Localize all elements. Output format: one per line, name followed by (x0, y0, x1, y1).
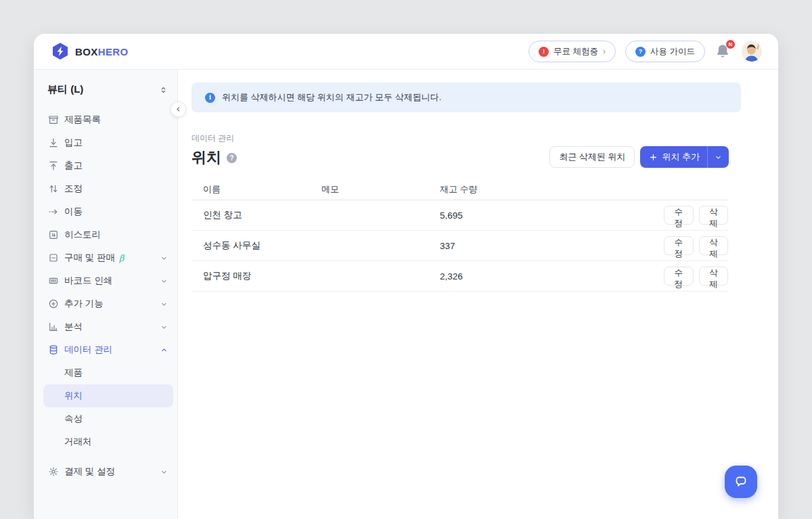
sidebar-item-label: 결제 및 설정 (64, 466, 115, 478)
brand-text: BOXHERO (75, 46, 129, 58)
database-icon (48, 344, 59, 355)
add-location-dropdown[interactable] (707, 146, 729, 168)
arrow-up-out-icon (48, 160, 59, 171)
sidebar-subitem-partners[interactable]: 거래처 (34, 430, 173, 453)
sidebar-subitem-products[interactable]: 제품 (34, 361, 173, 384)
barcode-icon (48, 275, 59, 286)
history-icon (48, 229, 59, 240)
chevron-down-icon (715, 154, 722, 161)
breadcrumb: 데이터 관리 (191, 133, 237, 144)
sidebar-item-label: 제품목록 (64, 114, 101, 126)
sidebar-item-label: 구매 및 판매 (64, 252, 115, 264)
sidebar-item-purchase-sales[interactable]: 구매 및 판매 β (34, 246, 177, 269)
location-name: 압구정 매장 (203, 270, 321, 282)
add-location-label: 위치 추가 (662, 151, 700, 163)
user-avatar[interactable] (742, 41, 762, 62)
plus-icon (649, 153, 658, 162)
delete-button[interactable]: 삭제 (699, 206, 729, 225)
sidebar-item-label: 추가 기능 (64, 298, 104, 310)
chevron-down-icon (160, 254, 168, 262)
sidebar-subitem-attributes[interactable]: 속성 (34, 407, 173, 430)
location-name: 인천 창고 (203, 209, 321, 221)
sidebar-item-barcode-print[interactable]: 바코드 인쇄 (34, 269, 177, 292)
delete-button[interactable]: 삭제 (699, 236, 729, 255)
free-trial-button[interactable]: ! 무료 체험중 › (528, 41, 616, 62)
edit-button[interactable]: 수정 (664, 267, 694, 286)
page-heading: 데이터 관리 위치 ? (191, 133, 237, 168)
chevron-down-icon (160, 300, 168, 308)
sidebar-item-label: 데이터 관리 (64, 344, 112, 356)
sidebar-item-label: 조정 (64, 183, 83, 195)
beta-badge: β (119, 253, 125, 263)
column-header-name: 이름 (203, 183, 321, 196)
table-row[interactable]: 압구정 매장 2,326 수정 삭제 (191, 261, 729, 292)
sidebar-item-label: 출고 (64, 160, 83, 172)
locations-table: 이름 메모 재고 수량 인천 창고 5,695 수정 삭제 성수동 사무실 (191, 179, 729, 292)
add-location-button[interactable]: 위치 추가 (640, 146, 729, 168)
chevron-down-icon (160, 468, 168, 476)
bar-chart-icon (48, 321, 59, 332)
table-row[interactable]: 인천 창고 5,695 수정 삭제 (191, 200, 729, 231)
table-row[interactable]: 성수동 사무실 337 수정 삭제 (191, 231, 729, 261)
chevron-down-icon (160, 277, 168, 285)
location-stock-qty: 2,326 (440, 271, 664, 281)
chevron-up-icon (160, 346, 168, 354)
sidebar-item-billing-settings[interactable]: 결제 및 설정 (34, 460, 177, 483)
receipt-icon (48, 252, 59, 263)
sidebar-item-history[interactable]: 히스토리 (34, 223, 177, 246)
sidebar-item-stock-out[interactable]: 출고 (34, 154, 177, 177)
sidebar-subitem-label: 제품 (64, 367, 83, 379)
sidebar-item-label: 이동 (64, 206, 83, 218)
sidebar-item-label: 바코드 인쇄 (64, 275, 112, 287)
edit-button[interactable]: 수정 (664, 236, 694, 255)
header-actions: ! 무료 체험중 › ? 사용 가이드 N (528, 41, 762, 62)
recently-deleted-locations-button[interactable]: 최근 삭제된 위치 (549, 146, 635, 168)
sidebar-subitem-label: 위치 (64, 390, 83, 402)
chevron-right-icon: › (603, 47, 606, 56)
app-window: BOXHERO ! 무료 체험중 › ? 사용 가이드 N (34, 34, 778, 519)
workspace-switch-icon (159, 85, 168, 95)
page-actions: 최근 삭제된 위치 위치 추가 (549, 146, 729, 168)
boxhero-hexagon-icon (51, 42, 69, 61)
info-banner-text: 위치를 삭제하시면 해당 위치의 재고가 모두 삭제됩니다. (222, 91, 441, 104)
help-icon[interactable]: ? (227, 153, 237, 163)
package-icon (48, 114, 59, 125)
notification-badge: N (726, 40, 735, 49)
chevron-down-icon (160, 323, 168, 331)
workspace-name: 뷰티 (L) (47, 83, 83, 96)
sidebar-item-stock-in[interactable]: 입고 (34, 131, 177, 154)
sidebar-item-extra-features[interactable]: 추가 기능 (34, 292, 177, 315)
notification-bell-button[interactable]: N (715, 43, 732, 60)
sidebar-item-adjust[interactable]: 조정 (34, 177, 177, 200)
chat-launcher-button[interactable] (725, 466, 757, 498)
free-trial-label: 무료 체험중 (554, 46, 598, 58)
sidebar-item-analytics[interactable]: 분석 (34, 315, 177, 338)
sidebar-nav: 제품목록 입고 출고 조정 이동 (34, 108, 177, 483)
sidebar-subitem-locations[interactable]: 위치 (43, 384, 173, 407)
column-header-stock-qty: 재고 수량 (440, 183, 664, 196)
info-icon: i (205, 93, 215, 103)
arrow-right-move-icon (48, 206, 59, 217)
sidebar-collapse-button[interactable] (171, 101, 186, 117)
chat-bubble-icon (733, 474, 749, 490)
circle-plus-icon (48, 298, 59, 309)
sidebar-item-move[interactable]: 이동 (34, 200, 177, 223)
user-guide-button[interactable]: ? 사용 가이드 (625, 41, 705, 62)
delete-button[interactable]: 삭제 (699, 267, 729, 286)
workspace-selector[interactable]: 뷰티 (L) (34, 79, 177, 104)
trial-alert-icon: ! (539, 47, 549, 57)
boxhero-logo[interactable]: BOXHERO (51, 42, 129, 61)
info-banner: i 위치를 삭제하시면 해당 위치의 재고가 모두 삭제됩니다. (191, 83, 741, 112)
column-header-memo: 메모 (321, 183, 440, 196)
user-guide-label: 사용 가이드 (650, 46, 695, 58)
sidebar-item-label: 분석 (64, 321, 83, 333)
sidebar: 뷰티 (L) 제품목록 입고 출고 (34, 70, 178, 519)
app-header: BOXHERO ! 무료 체험중 › ? 사용 가이드 N (34, 34, 778, 70)
sidebar-subitem-label: 속성 (64, 413, 83, 425)
location-stock-qty: 337 (440, 241, 664, 251)
location-name: 성수동 사무실 (203, 240, 321, 252)
location-stock-qty: 5,695 (440, 210, 664, 221)
edit-button[interactable]: 수정 (664, 206, 694, 225)
sidebar-item-data-management[interactable]: 데이터 관리 (34, 338, 177, 361)
sidebar-item-products[interactable]: 제품목록 (34, 108, 177, 131)
